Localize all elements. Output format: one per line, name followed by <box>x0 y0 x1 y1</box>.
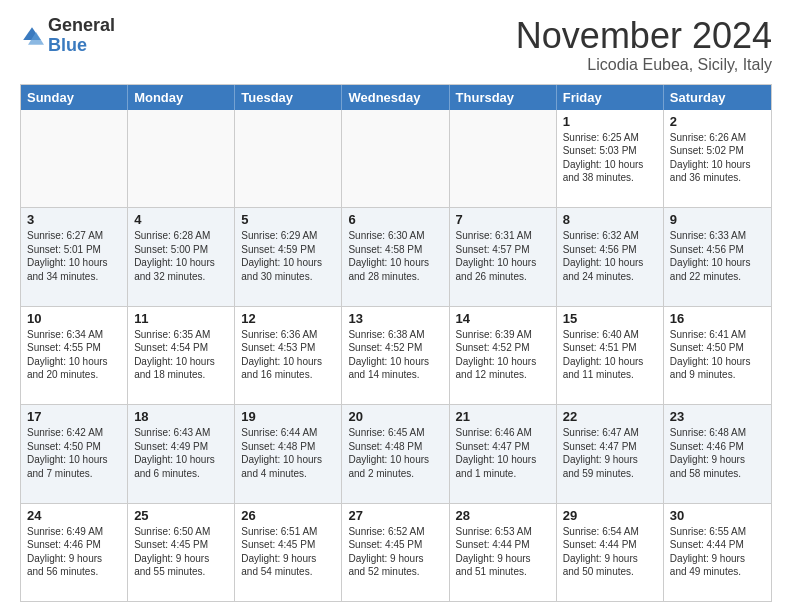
page: General Blue November 2024 Licodia Eubea… <box>0 0 792 612</box>
cell-4-2: 26Sunrise: 6:51 AM Sunset: 4:45 PM Dayli… <box>235 504 342 601</box>
cell-1-4: 7Sunrise: 6:31 AM Sunset: 4:57 PM Daylig… <box>450 208 557 305</box>
day-info-4-5: Sunrise: 6:54 AM Sunset: 4:44 PM Dayligh… <box>563 525 657 579</box>
logo-text: General Blue <box>48 16 115 56</box>
day-number-1-3: 6 <box>348 212 442 227</box>
day-info-1-4: Sunrise: 6:31 AM Sunset: 4:57 PM Dayligh… <box>456 229 550 283</box>
header-friday: Friday <box>557 85 664 110</box>
cell-2-6: 16Sunrise: 6:41 AM Sunset: 4:50 PM Dayli… <box>664 307 771 404</box>
cell-1-2: 5Sunrise: 6:29 AM Sunset: 4:59 PM Daylig… <box>235 208 342 305</box>
day-number-4-6: 30 <box>670 508 765 523</box>
main-title: November 2024 <box>516 16 772 56</box>
day-number-4-2: 26 <box>241 508 335 523</box>
day-number-4-1: 25 <box>134 508 228 523</box>
day-info-3-6: Sunrise: 6:48 AM Sunset: 4:46 PM Dayligh… <box>670 426 765 480</box>
calendar-row-0: 1Sunrise: 6:25 AM Sunset: 5:03 PM Daylig… <box>21 110 771 208</box>
cell-0-0 <box>21 110 128 207</box>
cell-2-2: 12Sunrise: 6:36 AM Sunset: 4:53 PM Dayli… <box>235 307 342 404</box>
day-info-2-5: Sunrise: 6:40 AM Sunset: 4:51 PM Dayligh… <box>563 328 657 382</box>
day-number-3-5: 22 <box>563 409 657 424</box>
day-info-3-3: Sunrise: 6:45 AM Sunset: 4:48 PM Dayligh… <box>348 426 442 480</box>
calendar-row-2: 10Sunrise: 6:34 AM Sunset: 4:55 PM Dayli… <box>21 307 771 405</box>
calendar-row-3: 17Sunrise: 6:42 AM Sunset: 4:50 PM Dayli… <box>21 405 771 503</box>
calendar-header: Sunday Monday Tuesday Wednesday Thursday… <box>21 85 771 110</box>
day-number-2-0: 10 <box>27 311 121 326</box>
day-number-0-5: 1 <box>563 114 657 129</box>
calendar-row-4: 24Sunrise: 6:49 AM Sunset: 4:46 PM Dayli… <box>21 504 771 601</box>
day-info-1-2: Sunrise: 6:29 AM Sunset: 4:59 PM Dayligh… <box>241 229 335 283</box>
day-number-3-2: 19 <box>241 409 335 424</box>
day-info-4-2: Sunrise: 6:51 AM Sunset: 4:45 PM Dayligh… <box>241 525 335 579</box>
day-number-4-5: 29 <box>563 508 657 523</box>
day-number-4-4: 28 <box>456 508 550 523</box>
header-wednesday: Wednesday <box>342 85 449 110</box>
cell-1-3: 6Sunrise: 6:30 AM Sunset: 4:58 PM Daylig… <box>342 208 449 305</box>
cell-1-1: 4Sunrise: 6:28 AM Sunset: 5:00 PM Daylig… <box>128 208 235 305</box>
day-number-2-2: 12 <box>241 311 335 326</box>
day-number-3-3: 20 <box>348 409 442 424</box>
cell-0-6: 2Sunrise: 6:26 AM Sunset: 5:02 PM Daylig… <box>664 110 771 207</box>
cell-4-3: 27Sunrise: 6:52 AM Sunset: 4:45 PM Dayli… <box>342 504 449 601</box>
day-info-3-1: Sunrise: 6:43 AM Sunset: 4:49 PM Dayligh… <box>134 426 228 480</box>
day-info-4-3: Sunrise: 6:52 AM Sunset: 4:45 PM Dayligh… <box>348 525 442 579</box>
day-number-1-6: 9 <box>670 212 765 227</box>
cell-1-6: 9Sunrise: 6:33 AM Sunset: 4:56 PM Daylig… <box>664 208 771 305</box>
calendar-body: 1Sunrise: 6:25 AM Sunset: 5:03 PM Daylig… <box>21 110 771 601</box>
day-info-0-6: Sunrise: 6:26 AM Sunset: 5:02 PM Dayligh… <box>670 131 765 185</box>
logo: General Blue <box>20 16 115 56</box>
day-info-4-4: Sunrise: 6:53 AM Sunset: 4:44 PM Dayligh… <box>456 525 550 579</box>
day-number-1-1: 4 <box>134 212 228 227</box>
cell-2-4: 14Sunrise: 6:39 AM Sunset: 4:52 PM Dayli… <box>450 307 557 404</box>
day-info-3-5: Sunrise: 6:47 AM Sunset: 4:47 PM Dayligh… <box>563 426 657 480</box>
day-info-2-1: Sunrise: 6:35 AM Sunset: 4:54 PM Dayligh… <box>134 328 228 382</box>
day-info-2-4: Sunrise: 6:39 AM Sunset: 4:52 PM Dayligh… <box>456 328 550 382</box>
day-number-3-1: 18 <box>134 409 228 424</box>
cell-3-1: 18Sunrise: 6:43 AM Sunset: 4:49 PM Dayli… <box>128 405 235 502</box>
logo-blue: Blue <box>48 35 87 55</box>
day-info-2-2: Sunrise: 6:36 AM Sunset: 4:53 PM Dayligh… <box>241 328 335 382</box>
day-info-4-0: Sunrise: 6:49 AM Sunset: 4:46 PM Dayligh… <box>27 525 121 579</box>
cell-2-0: 10Sunrise: 6:34 AM Sunset: 4:55 PM Dayli… <box>21 307 128 404</box>
header-tuesday: Tuesday <box>235 85 342 110</box>
day-number-1-5: 8 <box>563 212 657 227</box>
cell-0-1 <box>128 110 235 207</box>
day-info-4-6: Sunrise: 6:55 AM Sunset: 4:44 PM Dayligh… <box>670 525 765 579</box>
calendar-row-1: 3Sunrise: 6:27 AM Sunset: 5:01 PM Daylig… <box>21 208 771 306</box>
day-number-2-3: 13 <box>348 311 442 326</box>
header-sunday: Sunday <box>21 85 128 110</box>
day-number-0-6: 2 <box>670 114 765 129</box>
day-info-1-3: Sunrise: 6:30 AM Sunset: 4:58 PM Dayligh… <box>348 229 442 283</box>
day-number-1-0: 3 <box>27 212 121 227</box>
title-section: November 2024 Licodia Eubea, Sicily, Ita… <box>516 16 772 74</box>
cell-4-5: 29Sunrise: 6:54 AM Sunset: 4:44 PM Dayli… <box>557 504 664 601</box>
day-info-2-0: Sunrise: 6:34 AM Sunset: 4:55 PM Dayligh… <box>27 328 121 382</box>
day-info-2-6: Sunrise: 6:41 AM Sunset: 4:50 PM Dayligh… <box>670 328 765 382</box>
day-info-0-5: Sunrise: 6:25 AM Sunset: 5:03 PM Dayligh… <box>563 131 657 185</box>
logo-icon <box>20 24 44 48</box>
cell-0-5: 1Sunrise: 6:25 AM Sunset: 5:03 PM Daylig… <box>557 110 664 207</box>
day-number-2-4: 14 <box>456 311 550 326</box>
cell-2-5: 15Sunrise: 6:40 AM Sunset: 4:51 PM Dayli… <box>557 307 664 404</box>
day-number-2-5: 15 <box>563 311 657 326</box>
day-info-2-3: Sunrise: 6:38 AM Sunset: 4:52 PM Dayligh… <box>348 328 442 382</box>
day-info-3-4: Sunrise: 6:46 AM Sunset: 4:47 PM Dayligh… <box>456 426 550 480</box>
day-number-4-3: 27 <box>348 508 442 523</box>
day-number-3-4: 21 <box>456 409 550 424</box>
day-number-3-6: 23 <box>670 409 765 424</box>
header-saturday: Saturday <box>664 85 771 110</box>
day-info-1-5: Sunrise: 6:32 AM Sunset: 4:56 PM Dayligh… <box>563 229 657 283</box>
header-thursday: Thursday <box>450 85 557 110</box>
header-monday: Monday <box>128 85 235 110</box>
cell-4-4: 28Sunrise: 6:53 AM Sunset: 4:44 PM Dayli… <box>450 504 557 601</box>
cell-2-3: 13Sunrise: 6:38 AM Sunset: 4:52 PM Dayli… <box>342 307 449 404</box>
day-info-4-1: Sunrise: 6:50 AM Sunset: 4:45 PM Dayligh… <box>134 525 228 579</box>
cell-3-2: 19Sunrise: 6:44 AM Sunset: 4:48 PM Dayli… <box>235 405 342 502</box>
cell-4-6: 30Sunrise: 6:55 AM Sunset: 4:44 PM Dayli… <box>664 504 771 601</box>
cell-4-1: 25Sunrise: 6:50 AM Sunset: 4:45 PM Dayli… <box>128 504 235 601</box>
cell-4-0: 24Sunrise: 6:49 AM Sunset: 4:46 PM Dayli… <box>21 504 128 601</box>
day-info-3-2: Sunrise: 6:44 AM Sunset: 4:48 PM Dayligh… <box>241 426 335 480</box>
day-number-2-1: 11 <box>134 311 228 326</box>
day-info-1-6: Sunrise: 6:33 AM Sunset: 4:56 PM Dayligh… <box>670 229 765 283</box>
logo-general: General <box>48 15 115 35</box>
top-section: General Blue November 2024 Licodia Eubea… <box>20 16 772 74</box>
cell-3-3: 20Sunrise: 6:45 AM Sunset: 4:48 PM Dayli… <box>342 405 449 502</box>
